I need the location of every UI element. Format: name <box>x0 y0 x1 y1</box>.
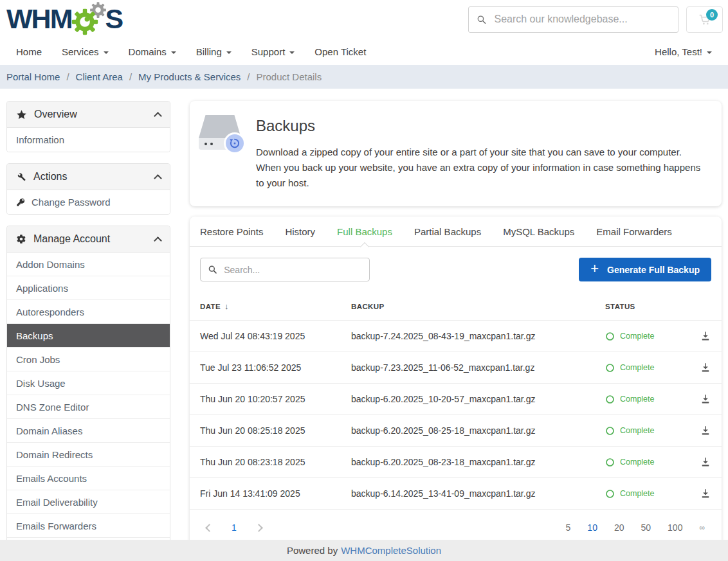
status-circle-icon <box>605 332 615 341</box>
panel-overview-header[interactable]: Overview <box>7 102 170 128</box>
nav-item-support[interactable]: Support <box>251 46 295 57</box>
backup-date: Wed Jul 24 08:43:19 2025 <box>200 331 351 341</box>
footer-link-whmcompletesolution[interactable]: WHMCompleteSolution <box>341 545 441 556</box>
knowledgebase-search-input[interactable] <box>494 13 670 25</box>
sidebar-item-autoresponders[interactable]: Autoresponders <box>7 300 170 324</box>
nav-item-billing[interactable]: Billing <box>196 46 232 57</box>
caret-down-icon <box>104 51 109 54</box>
panel-overview: Overview Information <box>6 101 170 152</box>
sidebar-item-information[interactable]: Information <box>7 128 170 152</box>
page-size-10[interactable]: 10 <box>587 522 597 533</box>
column-backup[interactable]: BACKUP <box>351 303 605 310</box>
page-size-5[interactable]: 5 <box>566 522 571 533</box>
nav-item-domains[interactable]: Domains <box>129 46 176 57</box>
breadcrumb-current: Product Details <box>256 71 322 82</box>
prev-page-button[interactable] <box>205 524 214 532</box>
caret-down-icon <box>171 51 176 54</box>
panel-manage-account-header[interactable]: Manage Account <box>7 226 170 253</box>
status-circle-icon <box>605 363 615 373</box>
download-icon <box>700 393 711 405</box>
table-row: Thu Jun 20 10:20:57 2025 backup-6.20.202… <box>190 383 722 414</box>
table-search-input[interactable] <box>224 265 362 275</box>
tab-email-forwarders[interactable]: Email Forwarders <box>596 217 672 246</box>
download-button[interactable] <box>700 488 711 499</box>
nav-item-open-ticket[interactable]: Open Ticket <box>314 46 366 57</box>
download-button[interactable] <box>700 362 711 373</box>
sidebar: Overview Information Actions Change Pass… <box>6 101 170 561</box>
chevron-up-icon <box>154 236 162 245</box>
sidebar-item-emails-accounts[interactable]: Emails Accounts <box>7 467 170 490</box>
page-size-20[interactable]: 20 <box>614 522 624 533</box>
sidebar-item-domain-redirects[interactable]: Domain Redirects <box>7 443 170 467</box>
page-footer: Powered by WHMCompleteSolution <box>0 540 728 561</box>
download-icon <box>700 330 711 342</box>
backup-filename: backup-6.20.2025_10-20-57_maxcpan1.tar.g… <box>351 394 605 404</box>
download-icon <box>700 456 711 468</box>
logo-text-s: S <box>105 3 122 35</box>
download-icon <box>700 362 711 373</box>
next-page-button[interactable] <box>255 524 263 532</box>
plus-icon: + <box>590 262 599 276</box>
search-icon <box>477 14 486 25</box>
backup-filename: backup-7.24.2025_08-43-19_maxcpan1.tar.g… <box>351 331 605 341</box>
nav-item-services[interactable]: Services <box>62 46 109 57</box>
download-button[interactable] <box>700 456 711 468</box>
tab-history[interactable]: History <box>285 217 315 246</box>
download-button[interactable] <box>700 425 711 436</box>
status-circle-icon <box>605 489 615 499</box>
page-size-100[interactable]: 100 <box>668 522 682 533</box>
backups-card: Restore Points History Full Backups Part… <box>190 217 722 556</box>
cart-button[interactable]: 0 <box>686 6 723 33</box>
breadcrumb-my-products[interactable]: My Products & Services <box>138 71 241 82</box>
sidebar-item-change-password[interactable]: Change Password <box>7 190 170 214</box>
download-icon <box>700 425 711 436</box>
status-badge: Complete <box>605 363 689 373</box>
sidebar-item-applications[interactable]: Applications <box>7 276 170 300</box>
page-size-50[interactable]: 50 <box>641 522 651 533</box>
breadcrumb-portal-home[interactable]: Portal Home <box>6 71 60 82</box>
column-date[interactable]: DATE↓ <box>200 301 351 311</box>
backup-filename: backup-6.20.2025_08-23-18_maxcpan1.tar.g… <box>351 457 605 467</box>
table-header: DATE↓ BACKUP STATUS <box>190 291 722 320</box>
backup-date: Thu Jun 20 08:25:18 2025 <box>200 425 351 436</box>
page-title: Backups <box>256 117 701 135</box>
logo-gears-icon <box>71 3 105 36</box>
status-badge: Complete <box>605 458 689 467</box>
page-number[interactable]: 1 <box>232 522 237 533</box>
gear-green-icon <box>71 8 99 36</box>
restore-badge-icon <box>224 132 246 154</box>
sidebar-item-addon-domains[interactable]: Addon Domains <box>7 253 170 276</box>
tab-restore-points[interactable]: Restore Points <box>200 217 263 246</box>
status-circle-icon <box>605 395 615 404</box>
main-navbar: Home Services Domains Billing Support Op… <box>0 39 728 65</box>
tab-full-backups[interactable]: Full Backups <box>337 217 392 246</box>
column-status[interactable]: STATUS <box>605 303 689 310</box>
sidebar-item-disk-usage[interactable]: Disk Usage <box>7 371 170 395</box>
table-row: Thu Jun 20 08:25:18 2025 backup-6.20.202… <box>190 414 722 446</box>
breadcrumb-client-area[interactable]: Client Area <box>76 71 123 82</box>
caret-down-icon <box>226 51 232 54</box>
backup-filename: backup-6.20.2025_08-25-18_maxcpan1.tar.g… <box>351 425 605 436</box>
backups-tabs: Restore Points History Full Backups Part… <box>190 217 722 247</box>
nav-item-home[interactable]: Home <box>16 46 42 57</box>
tab-partial-backups[interactable]: Partial Backups <box>414 217 481 246</box>
whmcs-logo[interactable]: WHM <box>6 3 122 36</box>
backup-filename: backup-7.23.2025_11-06-52_maxcpan1.tar.g… <box>351 362 605 373</box>
panel-manage-account: Manage Account Addon Domains Application… <box>6 226 170 561</box>
chevron-up-icon <box>154 112 162 120</box>
download-button[interactable] <box>700 393 711 405</box>
sidebar-item-dns-zone-editor[interactable]: DNS Zone Editor <box>7 395 170 419</box>
generate-full-backup-button[interactable]: + Generate Full Backup <box>579 258 711 281</box>
status-badge: Complete <box>605 332 689 341</box>
download-button[interactable] <box>700 330 711 342</box>
sidebar-item-domain-aliases[interactable]: Domain Aliases <box>7 419 170 443</box>
page-size-all[interactable]: ∞ <box>699 523 705 532</box>
wrench-icon <box>16 172 26 182</box>
user-menu[interactable]: Hello, Test! <box>655 46 712 57</box>
sidebar-item-emails-forwarders[interactable]: Emails Forwarders <box>7 514 170 538</box>
panel-actions-header[interactable]: Actions <box>7 164 170 190</box>
sidebar-item-email-deliverability[interactable]: Email Deliverability <box>7 490 170 514</box>
tab-mysql-backups[interactable]: MySQL Backups <box>503 217 574 246</box>
sidebar-item-cron-jobs[interactable]: Cron Jobs <box>7 348 170 371</box>
sidebar-item-backups[interactable]: Backups <box>7 324 170 348</box>
